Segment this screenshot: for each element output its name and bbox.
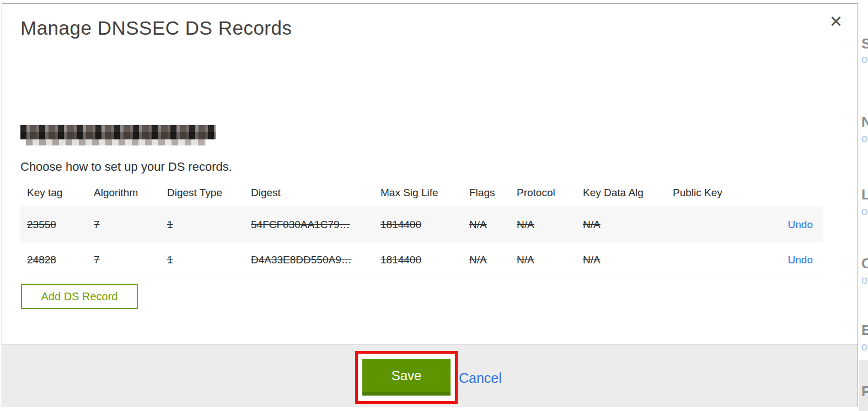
page-title: Manage DNSSEC DS Records <box>20 17 292 39</box>
cell-digest: 54FCF030AA1C79… <box>244 207 374 243</box>
header-max-sig-life: Max Sig Life <box>374 180 463 207</box>
ds-records-table: Key tag Algorithm Digest Type Digest Max… <box>20 180 823 278</box>
redaction-pixels <box>20 125 216 139</box>
cell-algorithm: 7 <box>87 207 160 243</box>
header-key-data-alg: Key Data Alg <box>576 180 666 207</box>
table-row: 24828 7 1 D4A33E8DD550A9… 1814400 N/A N/… <box>20 242 823 278</box>
background-text-fragment: N <box>861 113 868 131</box>
header-actions <box>749 180 823 207</box>
annotation-highlight-save: Save <box>355 351 458 404</box>
background-text-fragment: E <box>861 322 868 339</box>
cell-key-data-alg: N/A <box>576 242 666 278</box>
header-key-tag: Key tag <box>20 180 87 207</box>
cell-algorithm: 7 <box>87 242 160 278</box>
background-text-fragment: o <box>861 53 867 66</box>
header-flags: Flags <box>463 180 510 207</box>
cell-actions: Undo <box>749 242 823 278</box>
add-ds-record-button[interactable]: Add DS Record <box>21 284 138 309</box>
cell-public-key <box>666 207 749 243</box>
background-text-fragment: L <box>861 186 868 203</box>
save-button[interactable]: Save <box>362 359 451 396</box>
background-text-fragment: o <box>861 132 867 145</box>
cell-key-tag: 24828 <box>20 242 87 278</box>
close-icon[interactable]: ✕ <box>826 12 846 31</box>
undo-link[interactable]: Undo <box>788 219 813 230</box>
cell-flags: N/A <box>463 207 510 243</box>
cell-digest-type: 1 <box>160 207 244 243</box>
background-text-fragment: o <box>861 205 867 218</box>
cell-max-sig-life: 1814400 <box>374 242 463 278</box>
background-text-fragment: o <box>861 340 867 353</box>
dnssec-modal: Manage DNSSEC DS Records ✕ Choose how to… <box>2 3 858 407</box>
table-header-row: Key tag Algorithm Digest Type Digest Max… <box>20 180 823 207</box>
background-text-fragment: C <box>861 255 868 272</box>
screen: SoNoLoCoEoP Manage DNSSEC DS Records ✕ C… <box>0 0 868 411</box>
cell-public-key <box>666 242 749 278</box>
table-row: 23550 7 1 54FCF030AA1C79… 1814400 N/A N/… <box>20 207 823 243</box>
redacted-domain-name <box>20 125 216 145</box>
header-algorithm: Algorithm <box>87 180 160 207</box>
cell-digest-type: 1 <box>160 242 244 278</box>
cell-protocol: N/A <box>510 207 576 243</box>
background-text-fragment: o <box>861 274 867 286</box>
cancel-link[interactable]: Cancel <box>459 370 502 386</box>
cell-digest: D4A33E8DD550A9… <box>244 242 374 278</box>
cell-key-data-alg: N/A <box>576 207 666 243</box>
background-page-sliver: SoNoLoCoEoP <box>859 0 868 411</box>
header-digest-type: Digest Type <box>160 180 244 207</box>
background-text-fragment: P <box>861 383 868 400</box>
header-protocol: Protocol <box>510 180 576 207</box>
header-digest: Digest <box>244 180 374 207</box>
cell-key-tag: 23550 <box>20 207 87 243</box>
cell-actions: Undo <box>749 207 823 243</box>
header-public-key: Public Key <box>666 180 749 207</box>
redaction-pixels-shadow <box>26 139 206 145</box>
undo-link[interactable]: Undo <box>788 254 813 266</box>
background-text-fragment: S <box>861 35 868 52</box>
cell-flags: N/A <box>463 242 510 278</box>
cell-protocol: N/A <box>510 242 576 278</box>
instruction-text: Choose how to set up your DS records. <box>20 160 232 174</box>
cell-max-sig-life: 1814400 <box>374 207 463 243</box>
